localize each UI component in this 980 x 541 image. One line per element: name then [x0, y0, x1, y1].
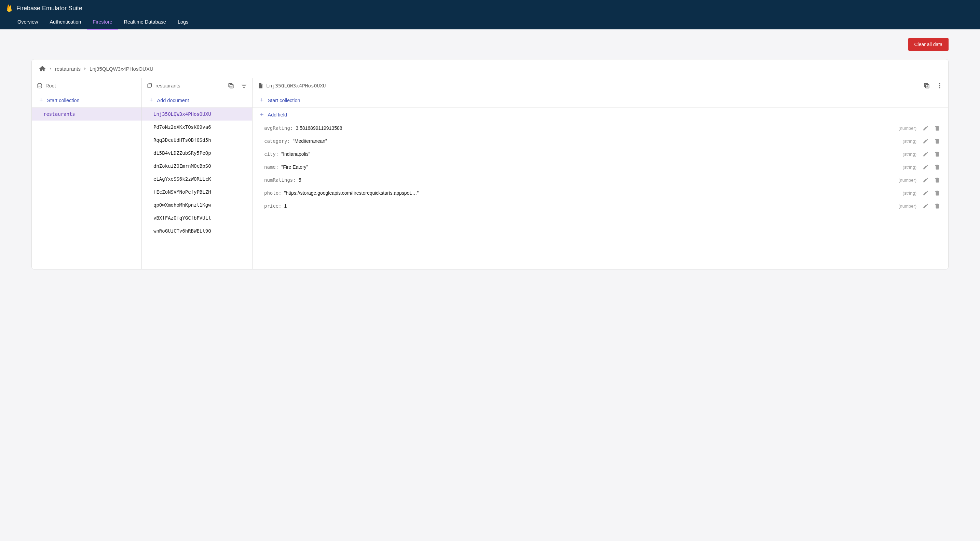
document-item[interactable]: fEcZoNSVMNoPefyPBLZH	[142, 186, 252, 198]
edit-icon[interactable]	[923, 164, 929, 170]
collection-item[interactable]: restaurants	[32, 108, 142, 121]
collection-icon	[146, 82, 153, 89]
column-fields-title: Lnj35QLQW3x4PHosOUXU	[266, 83, 326, 89]
plus-icon: +	[150, 97, 153, 104]
field-row: name:"Fire Eatery"(string)	[253, 160, 948, 173]
column-documents-title: restaurants	[156, 83, 180, 89]
app-header: Firebase Emulator Suite OverviewAuthenti…	[0, 0, 980, 29]
chevron-right-icon	[48, 66, 53, 71]
document-icon	[257, 82, 264, 89]
add-document-label: Add document	[157, 98, 189, 103]
delete-icon[interactable]	[934, 138, 940, 144]
column-fields: Lnj35QLQW3x4PHosOUXU + Start collection	[253, 78, 948, 269]
tab-authentication[interactable]: Authentication	[44, 14, 87, 29]
delete-icon[interactable]	[934, 203, 940, 209]
field-type: (number)	[898, 126, 916, 131]
start-collection-button[interactable]: + Start collection	[32, 93, 142, 108]
start-collection-button[interactable]: + Start collection	[253, 93, 948, 108]
copy-icon[interactable]	[228, 82, 234, 89]
plus-icon: +	[39, 97, 43, 104]
filter-icon[interactable]	[240, 82, 247, 89]
delete-icon[interactable]	[934, 190, 940, 196]
field-value: "Indianapolis"	[281, 151, 900, 157]
page-toolbar: Clear all data	[0, 29, 980, 51]
field-row: avgRating:3.5816899119913588(number)	[253, 122, 948, 135]
field-type: (string)	[903, 152, 916, 157]
field-key: city:	[264, 151, 278, 157]
svg-rect-5	[924, 83, 928, 87]
field-row: city:"Indianapolis"(string)	[253, 148, 948, 160]
breadcrumb-collection[interactable]: restaurants	[55, 66, 81, 72]
app-title: Firebase Emulator Suite	[16, 5, 82, 12]
field-value: "Mediterranean"	[293, 138, 900, 144]
add-document-button[interactable]: + Add document	[142, 93, 252, 108]
document-item[interactable]: Pd7oNz2eXKxTQsKO9va6	[142, 121, 252, 133]
tab-logs[interactable]: Logs	[172, 14, 194, 29]
delete-icon[interactable]	[934, 164, 940, 170]
edit-icon[interactable]	[923, 125, 929, 131]
plus-icon: +	[260, 111, 264, 118]
document-item[interactable]: eLAgYxeSS6k2zWORiLcK	[142, 173, 252, 186]
field-key: photo:	[264, 190, 282, 196]
document-item[interactable]: wnRoGUiCTv6hRBWELl9Q	[142, 224, 252, 237]
column-documents: restaurants + Add document Lnj	[142, 78, 253, 269]
svg-point-8	[939, 87, 940, 88]
add-field-button[interactable]: + Add field	[253, 108, 948, 122]
edit-icon[interactable]	[923, 190, 929, 196]
field-key: numRatings:	[264, 177, 296, 183]
field-type: (string)	[903, 190, 916, 196]
database-icon	[37, 82, 43, 89]
svg-point-6	[939, 83, 940, 84]
firebase-logo-icon	[5, 3, 13, 13]
field-key: name:	[264, 164, 278, 170]
copy-icon[interactable]	[923, 82, 930, 89]
column-root: Root + Start collection restaurants	[32, 78, 142, 269]
field-type: (string)	[903, 165, 916, 170]
delete-icon[interactable]	[934, 125, 940, 131]
edit-icon[interactable]	[923, 203, 929, 209]
more-vert-icon[interactable]	[936, 82, 943, 89]
tab-realtime-database[interactable]: Realtime Database	[118, 14, 172, 29]
svg-rect-2	[230, 84, 233, 88]
delete-icon[interactable]	[934, 151, 940, 157]
edit-icon[interactable]	[923, 151, 929, 157]
edit-icon[interactable]	[923, 138, 929, 144]
field-key: avgRating:	[264, 125, 293, 131]
field-value: 3.5816899119913588	[296, 125, 896, 131]
start-collection-label: Start collection	[268, 98, 301, 103]
field-value: 5	[299, 177, 896, 183]
breadcrumb-document[interactable]: Lnj35QLQW3x4PHosOUXU	[89, 66, 153, 72]
tab-firestore[interactable]: Firestore	[87, 14, 118, 29]
field-type: (number)	[898, 178, 916, 183]
field-type: (string)	[903, 139, 916, 144]
nav-tabs: OverviewAuthenticationFirestoreRealtime …	[0, 14, 980, 29]
document-item[interactable]: vBXfFAzOfqYGCfbFVULl	[142, 211, 252, 224]
plus-icon: +	[260, 97, 264, 104]
document-item[interactable]: dnZokuiZOEmrnMOcBpSO	[142, 160, 252, 173]
svg-point-7	[939, 85, 940, 86]
clear-all-data-button[interactable]: Clear all data	[908, 38, 949, 51]
field-row: category:"Mediterranean"(string)	[253, 135, 948, 148]
tab-overview[interactable]: Overview	[12, 14, 44, 29]
svg-rect-3	[229, 83, 232, 87]
delete-icon[interactable]	[934, 177, 940, 183]
firestore-panel: restaurants Lnj35QLQW3x4PHosOUXU Root	[32, 59, 948, 270]
start-collection-label: Start collection	[47, 98, 80, 103]
field-row: price:1(number)	[253, 200, 948, 213]
add-field-label: Add field	[268, 112, 287, 117]
breadcrumb: restaurants Lnj35QLQW3x4PHosOUXU	[32, 59, 948, 78]
field-key: category:	[264, 138, 290, 144]
document-item[interactable]: Rqq3DcuUdHTsOBfOSd5h	[142, 133, 252, 146]
column-root-title: Root	[45, 83, 56, 89]
document-item[interactable]: qpOwXmohoMhKpnzt1Kgw	[142, 198, 252, 211]
field-value: 1	[284, 203, 896, 209]
field-value: "Fire Eatery"	[281, 164, 900, 170]
svg-rect-4	[926, 84, 929, 88]
document-item[interactable]: Lnj35QLQW3x4PHosOUXU	[142, 108, 252, 121]
svg-rect-1	[148, 84, 151, 87]
home-icon[interactable]	[38, 65, 46, 72]
edit-icon[interactable]	[923, 177, 929, 183]
chevron-right-icon	[83, 66, 88, 71]
document-item[interactable]: dL5B4vLDZZubSRy5PeQp	[142, 146, 252, 160]
field-row: numRatings:5(number)	[253, 173, 948, 187]
